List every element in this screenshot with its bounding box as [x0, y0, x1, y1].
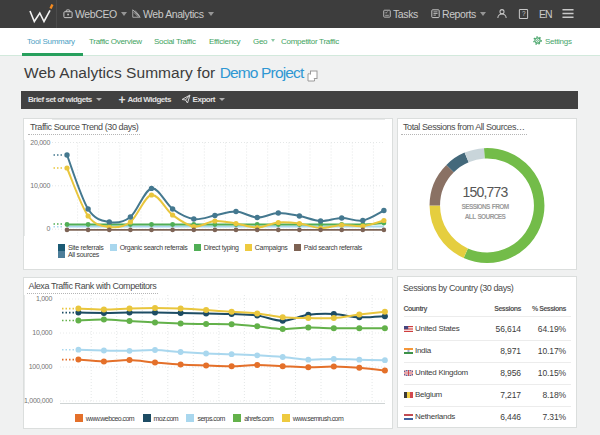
svg-text:?: ? [522, 10, 526, 17]
